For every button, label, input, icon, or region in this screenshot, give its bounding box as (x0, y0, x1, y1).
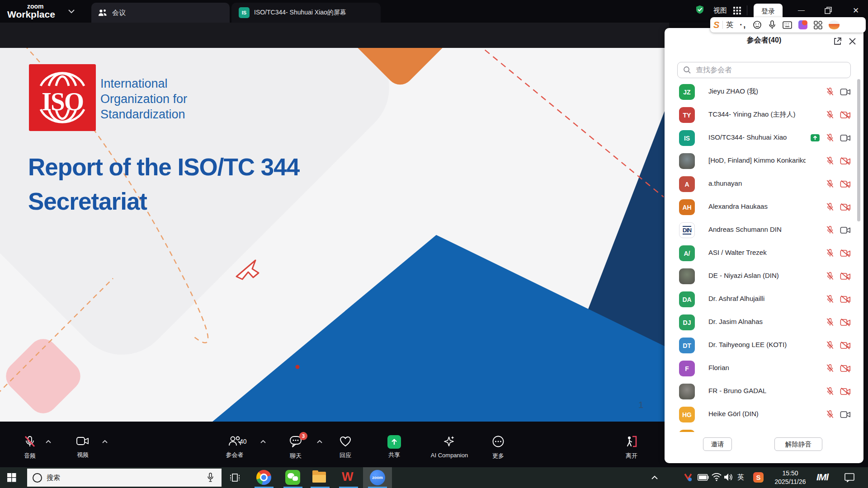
leave-button[interactable]: 离开 (607, 435, 656, 460)
zoom-brand-bottom: Workplace (7, 9, 55, 20)
participant-row[interactable]: Aa.thunayan (665, 173, 863, 196)
wps-app-icon[interactable]: W (342, 470, 352, 484)
chrome-app-icon[interactable] (256, 470, 271, 485)
view-button[interactable]: 视图 (713, 6, 727, 15)
scrollbar[interactable] (857, 79, 860, 221)
participant-row[interactable]: DE - Niyazi Aslan (DIN) (665, 265, 863, 288)
imi-tray-logo[interactable]: IMl1 (816, 472, 868, 483)
cortana-icon (33, 473, 42, 483)
avatar: DJ (679, 314, 695, 330)
mic-muted-icon (826, 179, 835, 188)
keyboard-icon[interactable] (783, 21, 792, 29)
audio-chevron-icon[interactable] (45, 440, 52, 444)
ai-companion-button[interactable]: AI Companion (425, 435, 474, 459)
participant-row[interactable]: [HoD, Finland] Kimmo Konkarikoski (665, 150, 863, 173)
task-view-button[interactable] (230, 473, 240, 483)
participants-panel: 参会者(40) JZJieyu ZHAO (我)TYTC344- Yining … (665, 28, 863, 463)
ime-punctuation-icon[interactable]: ·, (740, 23, 746, 27)
participant-name: a.thunayan (708, 179, 742, 187)
chevron-down-icon[interactable] (68, 9, 75, 14)
participant-name: Heike Görl (DIN) (708, 410, 759, 418)
participant-name: Dr. Taihyeong LEE (KOTI) (708, 341, 787, 348)
action-center-icon[interactable] (844, 473, 854, 482)
participant-row[interactable]: TYTC344- Yining Zhao (主持人) (665, 103, 863, 127)
volume-icon[interactable] (724, 473, 734, 482)
zoom-app-icon[interactable]: zoom (370, 470, 385, 485)
search-mic-icon[interactable] (207, 473, 214, 482)
participant-row[interactable]: HGHeike Görl (DIN) (665, 403, 863, 426)
avatar: F (679, 361, 695, 376)
taskbar-search[interactable]: 搜索 (27, 469, 222, 487)
participant-row[interactable]: DINAndreas Schumann DIN (665, 219, 863, 242)
avatar: JZ (679, 84, 695, 100)
unmute-button[interactable]: 解除静音 (774, 437, 822, 451)
ime-mascot-icon[interactable] (829, 20, 840, 29)
zoom-workplace-window: zoom Workplace 会议 IS ISO/TC344- Shuhuai … (0, 0, 868, 488)
view-grid-icon[interactable] (733, 7, 741, 14)
participant-row[interactable] (665, 426, 863, 432)
voice-input-icon[interactable] (768, 20, 776, 29)
taskbar-clock[interactable]: 15:50 2025/11/26 (769, 469, 812, 486)
tab-meeting[interactable]: 会议 (91, 3, 230, 23)
camera-off-icon (840, 341, 851, 350)
participant-row[interactable]: JZJieyu ZHAO (我) (665, 80, 863, 103)
security-shield-icon[interactable] (695, 5, 704, 14)
participant-name: DE - Niyazi Aslan (DIN) (708, 272, 779, 279)
avatar (679, 430, 695, 432)
mic-muted-icon (826, 133, 835, 142)
participant-row[interactable]: ISISO/TC344- Shuhuai Xiao (665, 127, 863, 150)
skin-icon[interactable] (798, 20, 807, 29)
wechat-app-icon[interactable] (285, 470, 300, 485)
camera-on-icon (840, 134, 851, 142)
chat-button[interactable]: 3 聊天 (271, 435, 321, 460)
login-button[interactable]: 登录 (754, 4, 783, 19)
participant-row[interactable]: FFlorian (665, 357, 863, 380)
restore-button[interactable] (825, 7, 832, 14)
invite-button[interactable]: 邀请 (703, 437, 732, 451)
slide-title-line1: Report of the ISO/TC 344 (28, 150, 435, 184)
ime-lang-toggle[interactable]: 英 (726, 20, 733, 30)
mic-muted-icon (826, 110, 835, 119)
tray-app-icon[interactable] (684, 473, 693, 482)
sogou-tray-icon[interactable]: S (753, 472, 764, 483)
participants-chevron-icon[interactable] (260, 440, 266, 444)
minimize-button[interactable]: — (798, 6, 805, 14)
sogou-logo-icon[interactable]: S (713, 20, 719, 30)
participant-search-input[interactable] (695, 66, 832, 75)
battery-icon[interactable] (698, 474, 709, 481)
file-explorer-app-icon[interactable] (312, 470, 326, 483)
participant-row[interactable]: DADr. Ashraf Alhujailli (665, 288, 863, 311)
participant-row[interactable]: FR - Bruno GADAL (665, 380, 863, 403)
participants-button[interactable]: 40 参会者 (210, 435, 259, 459)
close-panel-icon[interactable] (849, 38, 856, 45)
tab-shared-screen[interactable]: IS ISO/TC344- Shuhuai Xiao的屏幕 (231, 3, 381, 23)
org-name: International Organization for Standardi… (100, 76, 187, 122)
camera-off-icon (840, 249, 851, 258)
video-chevron-icon[interactable] (102, 440, 108, 444)
participant-row[interactable]: DTDr. Taihyeong LEE (KOTI) (665, 334, 863, 357)
camera-off-icon (840, 157, 851, 165)
org-line2: Organization for (100, 91, 187, 107)
windows-start-button[interactable] (7, 473, 16, 482)
more-button[interactable]: 更多 (473, 435, 523, 460)
participant-search[interactable] (677, 62, 851, 78)
wifi-icon[interactable] (712, 473, 722, 481)
org-line3: Standardization (100, 107, 187, 122)
tray-expand-icon[interactable] (651, 475, 658, 480)
participant-name: [HoD, Finland] Kimmo Konkarikoski (708, 156, 806, 164)
share-button[interactable]: 共享 (369, 435, 419, 459)
audio-button[interactable]: 音频 (5, 435, 55, 460)
chat-label: 聊天 (271, 452, 321, 460)
avatar: TY (679, 107, 695, 123)
avatar: DIN (679, 222, 695, 238)
video-button[interactable]: 视频 (58, 435, 108, 459)
popout-icon[interactable] (833, 37, 842, 46)
toolbox-grid-icon[interactable] (814, 21, 822, 29)
reactions-button[interactable]: 回应 (321, 435, 370, 460)
tray-lang-indicator[interactable]: 英 (737, 473, 744, 482)
participant-row[interactable]: DJDr. Jasim Alnahas (665, 311, 863, 334)
close-button[interactable]: ✕ (853, 6, 859, 15)
participant-row[interactable]: A/ASI / Walter Trezek (665, 242, 863, 265)
participant-row[interactable]: AHAlexandra Haukaas (665, 196, 863, 219)
emoji-icon[interactable] (753, 20, 762, 29)
